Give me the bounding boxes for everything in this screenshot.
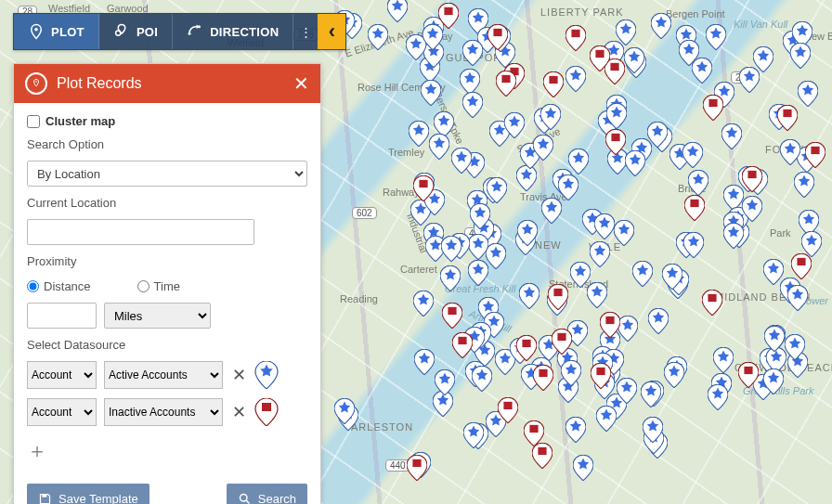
- map-pin-star[interactable]: [626, 52, 646, 78]
- ds-entity-select-1[interactable]: Account: [27, 398, 97, 426]
- map-pin-star[interactable]: [539, 335, 559, 361]
- map-pin-star[interactable]: [792, 21, 812, 47]
- map-pin-star[interactable]: [594, 373, 615, 399]
- map-pin-star[interactable]: [486, 411, 506, 437]
- map-pin-star[interactable]: [420, 57, 440, 83]
- map-pin-star[interactable]: [592, 353, 613, 379]
- map-pin-star[interactable]: [594, 369, 615, 395]
- map-pin-star[interactable]: [708, 384, 728, 410]
- map-pin-flag[interactable]: [604, 58, 625, 84]
- map-pin-star[interactable]: [471, 322, 491, 348]
- map-pin-flag[interactable]: [498, 397, 518, 423]
- map-pin-flag[interactable]: [504, 63, 525, 89]
- map-pin-star[interactable]: [711, 373, 732, 399]
- map-pin-star[interactable]: [464, 327, 485, 353]
- map-pin-star[interactable]: [566, 66, 586, 92]
- add-datasource-button[interactable]: ＋: [27, 435, 307, 467]
- map-pin-star[interactable]: [547, 290, 567, 316]
- map-pin-star[interactable]: [425, 236, 446, 262]
- map-pin-star[interactable]: [558, 174, 578, 200]
- map-pin-star[interactable]: [468, 423, 488, 449]
- map-pin-star[interactable]: [625, 150, 645, 176]
- map-pin-star[interactable]: [451, 148, 472, 174]
- map-pin-star[interactable]: [414, 349, 435, 375]
- map-pin-star[interactable]: [422, 24, 443, 50]
- map-pin-star[interactable]: [753, 46, 774, 72]
- map-pin-flag[interactable]: [552, 329, 572, 355]
- map-pin-star[interactable]: [643, 417, 663, 443]
- map-pin-star[interactable]: [729, 222, 749, 248]
- map-pin-star[interactable]: [766, 347, 786, 373]
- map-pin-star[interactable]: [441, 236, 462, 262]
- map-pin-star[interactable]: [486, 243, 506, 269]
- map-pin-star[interactable]: [423, 17, 444, 43]
- map-pin-flag[interactable]: [413, 175, 434, 201]
- current-location-input[interactable]: [27, 219, 254, 245]
- map-pin-star[interactable]: [785, 334, 805, 360]
- ds-view-select-0[interactable]: Active Accounts: [104, 361, 223, 389]
- map-pin-star[interactable]: [676, 25, 696, 51]
- map-pin-star[interactable]: [598, 110, 618, 136]
- map-pin-star[interactable]: [606, 394, 627, 420]
- map-pin-star[interactable]: [587, 282, 607, 308]
- map-pin-star[interactable]: [664, 362, 684, 388]
- map-pin-star[interactable]: [669, 269, 689, 295]
- map-pin-star[interactable]: [641, 381, 661, 407]
- map-pin-star[interactable]: [632, 261, 653, 287]
- map-pin-flag[interactable]: [703, 95, 723, 121]
- map-pin-star[interactable]: [614, 220, 634, 246]
- map-pin-star[interactable]: [670, 144, 690, 170]
- map-pin-star[interactable]: [487, 177, 507, 203]
- map-pin-star[interactable]: [434, 111, 454, 137]
- search-button[interactable]: Search: [227, 484, 307, 504]
- map-pin-star[interactable]: [464, 152, 485, 178]
- map-pin-star[interactable]: [753, 374, 774, 400]
- map-pin-flag[interactable]: [777, 105, 798, 131]
- map-pin-star[interactable]: [794, 172, 814, 198]
- ds-view-select-1[interactable]: Inactive Accounts: [104, 398, 223, 426]
- ds-entity-select-0[interactable]: Account: [27, 361, 97, 389]
- map-pin-star[interactable]: [406, 34, 426, 60]
- map-pin-flag[interactable]: [684, 195, 705, 221]
- map-pin-star[interactable]: [801, 231, 822, 257]
- map-pin-flag[interactable]: [590, 45, 610, 71]
- map-pin-star[interactable]: [692, 58, 712, 84]
- toolbar-plot-button[interactable]: PLOT: [14, 14, 99, 49]
- map-pin-flag[interactable]: [791, 253, 812, 279]
- map-pin-star[interactable]: [582, 209, 603, 235]
- map-pin-flag[interactable]: [600, 312, 620, 338]
- radio-time[interactable]: Time: [137, 279, 180, 293]
- save-template-button[interactable]: Save Template: [27, 484, 150, 504]
- map-pin-flag[interactable]: [496, 71, 516, 97]
- map-pin-flag[interactable]: [742, 166, 762, 192]
- map-pin-star[interactable]: [604, 41, 624, 67]
- map-pin-star[interactable]: [413, 291, 434, 317]
- map-pin-star[interactable]: [651, 13, 671, 39]
- map-pin-star[interactable]: [763, 368, 784, 394]
- map-pin-star[interactable]: [467, 190, 488, 216]
- map-pin-star[interactable]: [516, 165, 537, 191]
- map-pin-star[interactable]: [600, 330, 620, 355]
- toolbar-poi-button[interactable]: POI: [99, 14, 173, 49]
- map-pin-star[interactable]: [338, 405, 358, 431]
- cluster-map-row[interactable]: Cluster map: [27, 114, 307, 128]
- map-pin-star[interactable]: [423, 223, 444, 249]
- map-pin-star[interactable]: [440, 265, 461, 291]
- map-pin-star[interactable]: [495, 349, 515, 375]
- map-pin-star[interactable]: [463, 422, 484, 448]
- map-pin-flag[interactable]: [566, 25, 586, 51]
- map-pin-star[interactable]: [465, 361, 486, 387]
- map-pin-star[interactable]: [798, 81, 818, 107]
- map-pin-star[interactable]: [561, 360, 581, 386]
- map-pin-star[interactable]: [644, 428, 664, 454]
- map-pin-star[interactable]: [472, 366, 492, 392]
- map-pin-star[interactable]: [490, 26, 511, 52]
- map-pin-star[interactable]: [489, 121, 510, 147]
- map-pin-star[interactable]: [495, 42, 515, 68]
- map-pin-star[interactable]: [787, 352, 808, 378]
- map-pin-flag[interactable]: [605, 129, 626, 155]
- map-pin-flag[interactable]: [524, 420, 544, 446]
- map-pin-flag[interactable]: [442, 303, 462, 329]
- map-pin-star[interactable]: [780, 278, 800, 304]
- map-pin-star[interactable]: [568, 149, 589, 174]
